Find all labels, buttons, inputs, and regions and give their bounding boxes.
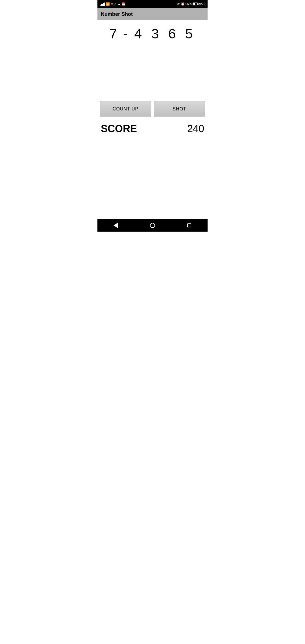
score-row: SCORE 240 xyxy=(97,121,208,137)
score-value: 240 xyxy=(187,123,204,135)
nav-back-button[interactable] xyxy=(110,219,122,232)
wifi-icon: 📶 xyxy=(106,2,110,6)
number-left: 7 - xyxy=(110,26,129,42)
cloud-icon: ☁ xyxy=(117,2,121,6)
nav-recent-button[interactable] xyxy=(183,219,195,232)
status-bar: 📶 ⊙ ✓ ☁ 📅 👁 ⏰ 56% 9:22 xyxy=(97,0,208,8)
eye-icon: 👁 xyxy=(177,2,180,6)
number-display: 7 - 4 3 6 5 xyxy=(97,20,208,44)
status-left: 📶 ⊙ ✓ ☁ 📅 xyxy=(100,2,125,6)
nav-home-button[interactable] xyxy=(146,219,159,232)
battery-icon xyxy=(193,3,199,5)
spacer-area xyxy=(97,44,208,101)
app-titlebar: Number Shot xyxy=(97,8,208,20)
signal-icon xyxy=(100,2,105,6)
time-display: 9:22 xyxy=(199,2,205,6)
battery-percent: 56% xyxy=(186,2,192,6)
bottom-spacer xyxy=(97,137,208,219)
nav-bar xyxy=(97,219,208,232)
shot-button[interactable]: SHOT xyxy=(154,101,205,117)
app-title: Number Shot xyxy=(101,11,133,17)
status-right: 👁 ⏰ 56% 9:22 xyxy=(177,2,205,6)
alarm-icon: ⏰ xyxy=(181,2,185,6)
home-icon xyxy=(150,223,155,228)
count-up-button[interactable]: COUNT UP xyxy=(100,101,151,117)
number-right: 4 3 6 5 xyxy=(134,26,196,42)
sync-icon: ⊙ xyxy=(111,2,113,6)
back-icon xyxy=(114,223,118,228)
main-content: 7 - 4 3 6 5 COUNT UP SHOT SCORE 240 xyxy=(97,20,208,219)
recent-icon xyxy=(187,223,191,227)
check-icon: ✓ xyxy=(114,2,117,6)
calendar-icon: 📅 xyxy=(121,2,125,6)
score-label: SCORE xyxy=(101,123,137,135)
buttons-row: COUNT UP SHOT xyxy=(97,101,208,117)
